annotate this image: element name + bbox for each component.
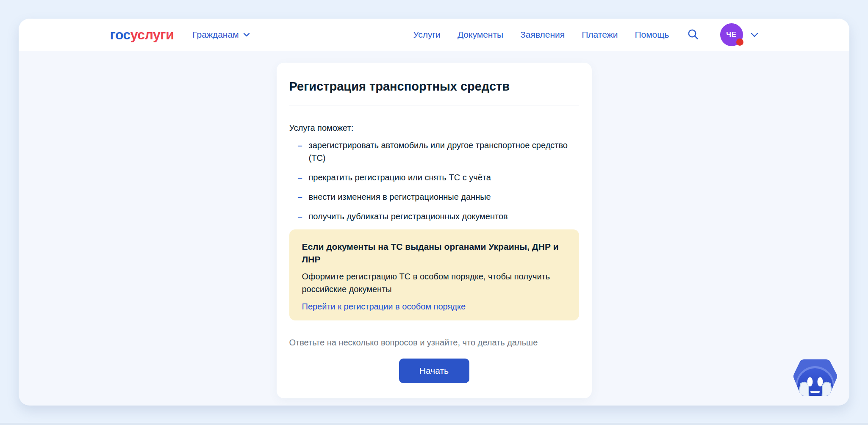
avatar[interactable]: ЧЕ: [720, 23, 743, 46]
service-card: Регистрация транспортных средств Услуга …: [277, 63, 592, 398]
notification-dot: [736, 39, 743, 46]
robot-assistant-icon: [791, 397, 840, 404]
bottom-edge: [0, 423, 868, 425]
benefit-text: получить дубликаты регистрационных докум…: [309, 212, 508, 221]
list-item: – прекратить регистрацию или снять ТС с …: [289, 171, 579, 184]
header-left: госуслуги Гражданам: [110, 28, 250, 41]
avatar-initials: ЧЕ: [726, 30, 736, 39]
search-button[interactable]: [687, 28, 699, 41]
top-header: госуслуги Гражданам Услуги Документы Зая…: [19, 19, 849, 51]
service-intro: Услуга поможет:: [289, 121, 579, 134]
notice-title: Если документы на ТС выданы органами Укр…: [302, 240, 566, 266]
nav-item-zayavleniya[interactable]: Заявления: [520, 30, 565, 40]
header-inner: госуслуги Гражданам Услуги Документы Зая…: [110, 23, 758, 46]
title-divider: [289, 105, 579, 105]
list-item: – получить дубликаты регистрационных док…: [289, 210, 579, 223]
logo-part-blue: гос: [110, 27, 130, 42]
audience-dropdown[interactable]: Гражданам: [192, 30, 250, 40]
search-icon: [687, 28, 699, 41]
nav-item-uslugi[interactable]: Услуги: [413, 30, 441, 40]
audience-label: Гражданам: [192, 30, 238, 40]
account-chevron-down-icon[interactable]: [751, 33, 758, 37]
questions-hint: Ответьте на несколько вопросов и узнайте…: [289, 337, 579, 348]
start-button[interactable]: Начать: [399, 359, 469, 383]
nav-item-dokumenty[interactable]: Документы: [458, 30, 503, 40]
chevron-down-icon: [243, 33, 250, 37]
special-order-notice: Если документы на ТС выданы органами Укр…: [289, 229, 579, 320]
start-button-wrap: Начать: [289, 359, 579, 383]
list-item: – зарегистрировать автомобиль или другое…: [289, 139, 579, 164]
benefit-text: зарегистрировать автомобиль или другое т…: [309, 141, 568, 163]
robot-assistant-button[interactable]: [791, 354, 840, 403]
page-title: Регистрация транспортных средств: [289, 79, 579, 94]
app-shell: госуслуги Гражданам Услуги Документы Зая…: [19, 19, 849, 406]
dash-bullet: –: [298, 190, 302, 203]
dash-bullet: –: [298, 210, 302, 223]
benefit-text: прекратить регистрацию или снять ТС с уч…: [309, 173, 491, 182]
gosuslugi-page: { "theme": { "page_bg": "#e8f1fc", "cont…: [0, 0, 868, 425]
account-menu: ЧЕ: [720, 23, 758, 46]
benefit-text: внести изменения в регистрационные данны…: [309, 192, 491, 201]
gosuslugi-logo[interactable]: госуслуги: [110, 28, 174, 41]
list-item: – внести изменения в регистрационные дан…: [289, 190, 579, 203]
notice-body: Оформите регистрацию ТС в особом порядке…: [302, 270, 566, 295]
dash-bullet: –: [298, 171, 302, 184]
main-nav: Услуги Документы Заявления Платежи Помощ…: [413, 23, 758, 46]
nav-item-pomoshch[interactable]: Помощь: [635, 30, 669, 40]
benefits-list: – зарегистрировать автомобиль или другое…: [289, 139, 579, 223]
dash-bullet: –: [298, 139, 302, 152]
logo-part-red: услуги: [130, 27, 174, 42]
nav-item-platezhi[interactable]: Платежи: [582, 30, 618, 40]
special-order-link[interactable]: Перейти к регистрации в особом порядке: [302, 300, 466, 313]
